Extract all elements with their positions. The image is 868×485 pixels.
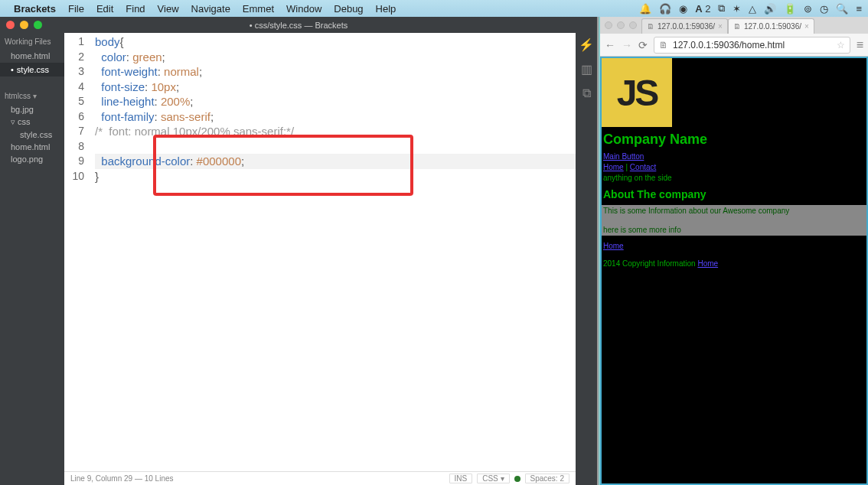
live-preview-icon[interactable]: ⚡ xyxy=(579,37,594,51)
menu-debug[interactable]: Debug xyxy=(334,3,363,15)
tree-logo[interactable]: logo.png xyxy=(0,153,64,165)
adobe-icon[interactable]: A 2 xyxy=(695,3,710,15)
code-line[interactable]: 9 background-color: #000000; xyxy=(64,154,576,169)
footer-home-link[interactable]: Home xyxy=(697,259,718,268)
window-title: • css/style.css — Brackets xyxy=(0,21,597,30)
code-line[interactable]: 1body{ xyxy=(64,34,576,50)
wifi-icon[interactable]: ⊚ xyxy=(804,3,812,15)
page-icon: 🗎 xyxy=(659,40,668,50)
menu-edit[interactable]: Edit xyxy=(96,3,113,15)
close-tab-icon[interactable]: × xyxy=(718,22,723,31)
js-logo: JS xyxy=(602,58,672,127)
cloud-icon[interactable]: ◉ xyxy=(679,3,687,15)
insert-mode[interactable]: INS xyxy=(449,474,473,483)
menu-window[interactable]: Window xyxy=(286,3,321,15)
indent-mode[interactable]: Spaces: 2 xyxy=(525,474,569,483)
close-tab-icon[interactable]: × xyxy=(804,22,809,31)
tree-style[interactable]: style.css xyxy=(0,129,64,141)
code-editor[interactable]: 1body{2 color: green;3 font-weight: norm… xyxy=(64,33,576,485)
language-mode[interactable]: CSS ▾ xyxy=(477,474,509,483)
code-line[interactable]: 3 font-weight: normal; xyxy=(64,64,576,80)
aside-text: anything on the side xyxy=(603,174,865,182)
close-window-button[interactable] xyxy=(6,21,15,29)
brackets-toolbar: ⚡ ▥ ⧉ xyxy=(576,33,597,485)
tree-home[interactable]: home.html xyxy=(0,141,64,153)
main-button-link[interactable]: Main Button xyxy=(603,152,644,161)
rendered-page: JS Company Name Main Button Home | Conta… xyxy=(600,57,868,485)
brackets-window: • css/style.css — Brackets Working Files… xyxy=(0,17,597,485)
extract-icon[interactable]: ⧉ xyxy=(579,86,594,100)
address-bar[interactable]: 🗎127.0.0.1:59036/home.html☆ xyxy=(654,37,850,54)
nav-home-link[interactable]: Home xyxy=(603,163,624,171)
working-file-style[interactable]: •style.css xyxy=(0,63,64,76)
menu-emmet[interactable]: Emmet xyxy=(243,3,274,15)
status-bar: Line 9, Column 29 — 10 Lines INS CSS ▾ S… xyxy=(64,471,576,485)
extension-manager-icon[interactable]: ▥ xyxy=(579,62,594,76)
notification-icon[interactable]: 🔔 xyxy=(639,3,651,15)
chrome-menu-icon[interactable]: ≡ xyxy=(857,38,863,52)
evernote-icon[interactable]: ✶ xyxy=(733,3,741,15)
menu-extras-icon[interactable]: ≡ xyxy=(856,3,862,15)
bookmark-icon[interactable]: ☆ xyxy=(837,40,845,50)
brackets-titlebar[interactable]: • css/style.css — Brackets xyxy=(0,17,597,33)
code-line[interactable]: 10} xyxy=(64,169,576,184)
tree-bg[interactable]: bg.jpg xyxy=(0,103,64,116)
page-icon: 🗎 xyxy=(733,22,741,31)
menu-navigate[interactable]: Navigate xyxy=(191,3,230,15)
code-line[interactable]: 7/* font: normal 10px/200% sans-serif;*/ xyxy=(64,124,576,139)
home-link[interactable]: Home xyxy=(603,242,624,250)
code-line[interactable]: 5 line-height: 200%; xyxy=(64,94,576,109)
code-line[interactable]: 4 font-size: 10px; xyxy=(64,80,576,95)
code-line[interactable]: 8 xyxy=(64,139,576,155)
browser-tab-2[interactable]: 🗎127.0.0.1:59036/× xyxy=(728,18,814,34)
zoom-window-button[interactable] xyxy=(629,21,637,29)
menu-help[interactable]: Help xyxy=(376,3,396,15)
minimize-window-button[interactable] xyxy=(20,21,28,29)
project-head[interactable]: htmlcss ▾ xyxy=(0,87,64,103)
clock-icon[interactable]: ◷ xyxy=(820,3,828,15)
app-menu[interactable]: Brackets xyxy=(14,3,56,15)
code-line[interactable]: 2 color: green; xyxy=(64,50,576,65)
page-icon: 🗎 xyxy=(647,22,654,31)
tree-css-folder[interactable]: ▿ css xyxy=(0,116,64,129)
gdrive-icon[interactable]: △ xyxy=(749,3,756,15)
chrome-toolbar: ← → ⟳ 🗎127.0.0.1:59036/home.html☆ ≡ xyxy=(600,34,868,57)
working-files-head: Working Files xyxy=(0,33,64,49)
code-line[interactable]: 6 font-family: sans-serif; xyxy=(64,109,576,125)
status-indicator-icon xyxy=(514,476,520,482)
about-text-1: This is some Information about our Aweso… xyxy=(603,207,865,215)
footer: 2014 Copyright Information Home xyxy=(602,258,866,269)
spotlight-icon[interactable]: 🔍 xyxy=(836,3,848,15)
back-button[interactable]: ← xyxy=(605,39,615,51)
reload-button[interactable]: ⟳ xyxy=(638,39,648,51)
page-heading: Company Name xyxy=(603,132,865,148)
cursor-position[interactable]: Line 9, Column 29 — 10 Lines xyxy=(70,474,174,483)
menu-file[interactable]: File xyxy=(68,3,84,15)
about-text-2: here is some more info xyxy=(603,226,865,234)
about-heading: About The company xyxy=(603,188,865,200)
minimize-window-button[interactable] xyxy=(617,21,625,29)
headphones-icon[interactable]: 🎧 xyxy=(659,3,671,15)
zoom-window-button[interactable] xyxy=(34,21,42,29)
forward-button[interactable]: → xyxy=(622,39,632,51)
menu-find[interactable]: Find xyxy=(126,3,145,15)
mac-menubar: Brackets File Edit Find View Navigate Em… xyxy=(0,0,868,17)
menu-view[interactable]: View xyxy=(158,3,179,15)
nav-contact-link[interactable]: Contact xyxy=(630,163,656,171)
working-file-home[interactable]: home.html xyxy=(0,49,64,63)
volume-icon[interactable]: 🔊 xyxy=(764,3,776,15)
browser-tab-1[interactable]: 🗎127.0.0.1:59036/× xyxy=(641,18,728,34)
close-window-button[interactable] xyxy=(605,21,612,29)
battery-icon[interactable]: 🔋 xyxy=(784,3,796,15)
chrome-window: 🗎127.0.0.1:59036/× 🗎127.0.0.1:59036/× ← … xyxy=(599,17,868,485)
dropbox-icon[interactable]: ⧉ xyxy=(718,2,725,15)
brackets-sidebar: Working Files home.html •style.css htmlc… xyxy=(0,33,64,485)
chrome-tabstrip: 🗎127.0.0.1:59036/× 🗎127.0.0.1:59036/× xyxy=(600,17,868,34)
